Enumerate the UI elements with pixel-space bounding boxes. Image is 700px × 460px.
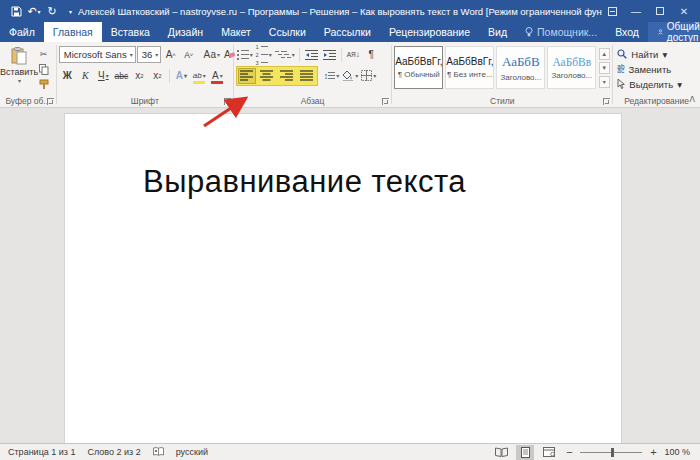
collapse-ribbon-icon: ᐱ [690, 95, 695, 104]
ribbon-tab-bar: Файл Главная Вставка Дизайн Макет Ссылки… [0, 22, 700, 42]
font-color-icon: А [212, 70, 219, 81]
tell-me-assistant[interactable]: Помощник... [516, 22, 606, 42]
tab-view[interactable]: Вид [479, 22, 516, 42]
tab-file[interactable]: Файл [0, 22, 44, 42]
tab-references[interactable]: Ссылки [260, 22, 315, 42]
language-indicator[interactable]: русский [176, 447, 208, 457]
replace-icon: abac [617, 65, 624, 74]
undo-dropdown-icon[interactable]: ▾ [38, 8, 41, 15]
borders-button[interactable]: ▾ [360, 67, 377, 85]
align-right-button[interactable] [278, 68, 296, 84]
align-center-button[interactable] [258, 68, 276, 84]
zoom-out-button[interactable]: − [564, 446, 574, 458]
word-count[interactable]: Слово 2 из 2 [87, 447, 140, 457]
underline-button[interactable]: Ч▾ [95, 67, 112, 85]
copy-button[interactable] [36, 62, 51, 76]
sort-button[interactable]: АЯ↓ [345, 46, 362, 64]
replace-button[interactable]: abac Заменить [615, 62, 698, 76]
clipboard-dialog-launcher[interactable] [47, 98, 54, 105]
editing-group-label: Редактирование [613, 96, 700, 106]
tab-mailings[interactable]: Рассылки [315, 22, 380, 42]
style-heading2[interactable]: АаБбВвЗаголово... [547, 46, 596, 89]
numbering-button[interactable]: 123 ▾ [255, 46, 273, 64]
sign-in-button[interactable]: Вход [606, 22, 648, 42]
text-effects-button[interactable]: А▾ [173, 67, 190, 85]
tab-design[interactable]: Дизайн [159, 22, 212, 42]
italic-button[interactable]: К [77, 67, 94, 85]
tab-layout[interactable]: Макет [212, 22, 260, 42]
zoom-slider-thumb[interactable] [611, 448, 614, 457]
zoom-slider[interactable] [580, 452, 642, 453]
share-button[interactable]: Общий доступ [648, 22, 700, 42]
print-layout-button[interactable] [516, 445, 534, 460]
highlight-color-button[interactable]: ab▾ [191, 67, 208, 85]
styles-more-button[interactable]: ▾ [599, 76, 610, 88]
font-dialog-launcher[interactable] [224, 98, 231, 105]
save-icon[interactable] [8, 2, 24, 20]
style-heading1[interactable]: АаБбВЗаголово... [496, 46, 545, 89]
styles-group-label: Стили [392, 96, 612, 106]
collapse-ribbon-button[interactable]: ᐱ [690, 95, 695, 104]
styles-dialog-launcher[interactable] [603, 98, 610, 105]
document-area[interactable]: Выравнивание текста [0, 108, 700, 443]
read-mode-button[interactable] [492, 445, 510, 460]
superscript-button[interactable]: x2 [149, 67, 166, 85]
font-name-combo[interactable]: Microsoft Sans▾ [59, 46, 136, 63]
page-indicator[interactable]: Страница 1 из 1 [8, 447, 75, 457]
zoom-level[interactable]: 100 % [664, 447, 690, 457]
web-layout-button[interactable] [540, 445, 558, 460]
font-color-button[interactable]: А▾ [209, 67, 226, 85]
justify-button[interactable] [298, 68, 316, 84]
proofing-icon[interactable] [153, 447, 164, 457]
styles-more-icon: ▾ [603, 78, 606, 85]
style-normal[interactable]: АаБбВвГг,¶ Обычный [394, 46, 443, 89]
font-group-label: Шрифт [57, 96, 233, 106]
maximize-button[interactable] [650, 2, 670, 20]
shrink-font-button[interactable]: А˅ [180, 46, 197, 64]
align-left-button[interactable] [238, 68, 256, 84]
tab-home[interactable]: Главная [44, 22, 102, 42]
document-page[interactable]: Выравнивание текста [64, 113, 622, 443]
decrease-indent-button[interactable] [303, 46, 320, 64]
style-no-spacing[interactable]: АаБбВвГг,¶ Без инте... [445, 46, 494, 89]
separator [341, 48, 342, 62]
minimize-button[interactable]: — [626, 2, 646, 20]
increase-indent-button[interactable] [321, 46, 338, 64]
style-name: Заголово... [551, 71, 592, 80]
bullets-button[interactable]: ▾ [236, 46, 254, 64]
select-button[interactable]: Выделить ▾ [615, 77, 698, 91]
format-painter-button[interactable] [36, 77, 51, 91]
change-case-button[interactable]: Аа▾ [203, 46, 220, 64]
maximize-icon [656, 7, 664, 15]
ribbon-display-options-button[interactable] [602, 2, 622, 20]
bold-button[interactable]: Ж [59, 67, 76, 85]
tab-review[interactable]: Рецензирование [380, 22, 479, 42]
shading-button[interactable]: ▾ [341, 67, 359, 85]
zoom-in-button[interactable]: + [648, 446, 658, 458]
redo-button[interactable]: ↻ [44, 2, 60, 20]
font-size-combo[interactable]: 36▾ [137, 46, 162, 63]
styles-scroll-down-button[interactable]: ▼ [599, 62, 610, 74]
close-icon: ✕ [680, 6, 688, 17]
close-button[interactable]: ✕ [674, 2, 694, 20]
show-formatting-button[interactable]: ¶ [363, 46, 380, 64]
find-button[interactable]: Найти ▾ [615, 47, 698, 61]
multilevel-list-button[interactable]: ▾ [274, 46, 296, 64]
styles-scroll-up-button[interactable]: ▲ [599, 48, 610, 60]
customize-qat-button[interactable]: ▾ [62, 2, 78, 20]
paste-dropdown-icon[interactable]: ▾ [18, 77, 21, 84]
strikethrough-button[interactable]: abc [113, 67, 130, 85]
cut-button[interactable]: ✂ [36, 47, 51, 61]
tab-insert[interactable]: Вставка [102, 22, 159, 42]
paste-button[interactable]: Вставить ▾ [2, 44, 36, 91]
select-label: Выделить [629, 79, 673, 90]
paragraph-dialog-launcher[interactable] [382, 98, 389, 105]
undo-button[interactable]: ↶▾ [26, 2, 42, 20]
grow-font-button[interactable]: А˄ [162, 46, 179, 64]
find-label: Найти [631, 49, 658, 60]
line-spacing-button[interactable]: ↕▾ [323, 67, 341, 85]
document-text[interactable]: Выравнивание текста [143, 164, 466, 200]
borders-dropdown-icon: ▾ [373, 72, 376, 79]
text-effects-icon: А [176, 70, 183, 81]
subscript-button[interactable]: x2 [131, 67, 148, 85]
